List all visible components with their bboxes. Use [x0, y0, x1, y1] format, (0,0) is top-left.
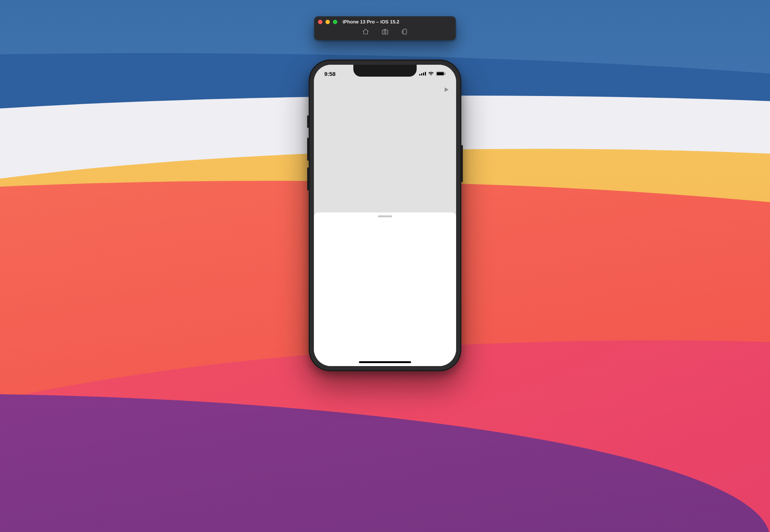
iphone-screen: 9:58 [314, 65, 456, 366]
rotate-icon [401, 28, 408, 37]
run-indicator[interactable] [443, 86, 449, 94]
status-right-cluster [419, 71, 446, 76]
wifi-icon [428, 71, 434, 76]
window-traffic-lights [318, 20, 337, 24]
svg-rect-0 [382, 30, 388, 34]
svg-point-1 [384, 31, 386, 33]
volume-down-button[interactable] [307, 167, 309, 190]
bottom-sheet[interactable] [314, 212, 456, 366]
svg-rect-5 [445, 73, 446, 75]
home-indicator[interactable] [359, 361, 411, 363]
window-titlebar[interactable]: iPhone 13 Pro – iOS 15.2 [314, 16, 456, 26]
side-power-button[interactable] [461, 145, 463, 182]
display-notch [353, 65, 417, 77]
window-zoom-button[interactable] [333, 20, 337, 24]
sheet-grabber[interactable] [378, 215, 392, 217]
volume-up-button[interactable] [307, 138, 309, 161]
home-button[interactable] [362, 28, 370, 36]
silence-switch[interactable] [307, 115, 309, 128]
screenshot-icon [381, 28, 389, 37]
cellular-signal-icon [419, 72, 426, 76]
status-time: 9:58 [324, 71, 335, 77]
battery-icon [436, 71, 446, 76]
rotate-button[interactable] [400, 28, 408, 36]
play-icon [443, 88, 449, 94]
svg-rect-2 [403, 29, 407, 34]
window-minimize-button[interactable] [325, 20, 330, 24]
simulator-toolbar [314, 26, 456, 40]
svg-rect-4 [437, 72, 444, 75]
iphone-device-frame: 9:58 [309, 60, 461, 371]
screenshot-button[interactable] [381, 28, 389, 36]
home-icon [362, 28, 369, 37]
window-close-button[interactable] [318, 20, 322, 24]
simulator-titlebar-window: iPhone 13 Pro – iOS 15.2 [314, 16, 456, 40]
window-title: iPhone 13 Pro – iOS 15.2 [343, 19, 399, 25]
app-background [314, 65, 456, 215]
